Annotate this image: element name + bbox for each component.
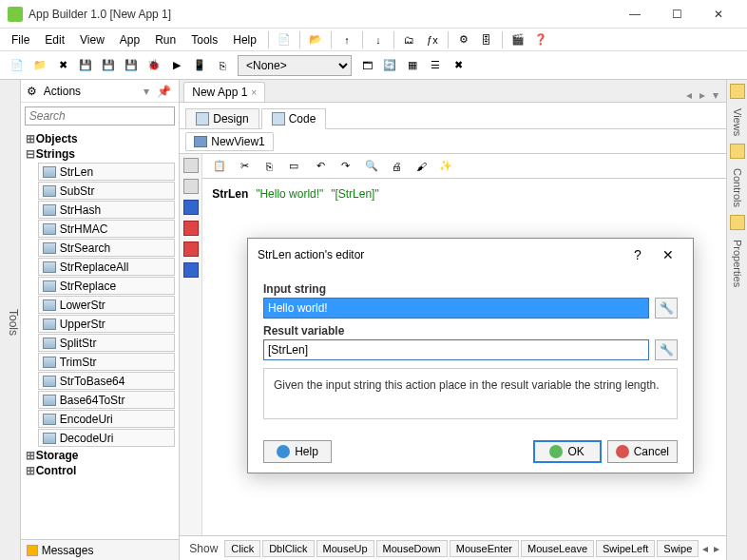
maximize-button[interactable]: ☐: [656, 0, 698, 29]
events-next-icon[interactable]: ▸: [711, 542, 722, 555]
vtab-properties[interactable]: Properties: [730, 234, 745, 293]
event-click[interactable]: Click: [224, 540, 260, 557]
menu-help[interactable]: Help: [225, 31, 264, 48]
event-dblclick[interactable]: DblClick: [262, 540, 314, 557]
event-swipe[interactable]: Swipe: [657, 540, 699, 557]
menu-tools[interactable]: Tools: [183, 31, 225, 48]
messages-bar[interactable]: Messages: [21, 539, 180, 560]
fn-icon[interactable]: ƒx: [423, 30, 442, 49]
panel-pin-icon[interactable]: 📌: [155, 85, 173, 98]
tab-list-icon[interactable]: ▾: [709, 88, 722, 102]
tree-cat-strings[interactable]: ⊟Strings: [25, 146, 176, 162]
input-picker-button[interactable]: 🔧: [655, 298, 678, 319]
target-combo[interactable]: <None>: [238, 55, 352, 76]
action-strreplace[interactable]: StrReplace: [38, 277, 176, 295]
action-substr[interactable]: SubStr: [38, 182, 176, 200]
print-icon[interactable]: 🖨: [387, 157, 406, 176]
tree-cat-control[interactable]: ⊞Control: [25, 463, 176, 478]
search-input[interactable]: [25, 106, 176, 126]
menu-file[interactable]: File: [4, 31, 37, 48]
event-mouseenter[interactable]: MouseEnter: [450, 540, 519, 557]
open-icon[interactable]: 📂: [306, 30, 325, 49]
action-upperstr[interactable]: UpperStr: [38, 315, 176, 333]
redo-icon[interactable]: ↷: [335, 157, 354, 176]
vtab-controls[interactable]: Controls: [730, 163, 745, 213]
bug-icon[interactable]: 🐞: [144, 56, 163, 75]
menu-run[interactable]: Run: [147, 31, 183, 48]
db-icon[interactable]: 🗄: [477, 30, 496, 49]
layout-icon[interactable]: ▦: [403, 56, 422, 75]
gutter-clip-icon[interactable]: [183, 179, 199, 194]
close-icon[interactable]: ✖: [449, 56, 468, 75]
action-strtobase64[interactable]: StrToBase64: [38, 372, 176, 390]
cut-icon[interactable]: ✂: [235, 157, 254, 176]
menu-app[interactable]: App: [112, 31, 147, 48]
run-icon[interactable]: ▶: [167, 56, 186, 75]
doc-tab-new-app[interactable]: New App 1×: [183, 82, 265, 102]
action-strreplaceall[interactable]: StrReplaceAll: [38, 258, 176, 276]
gutter-stop-icon[interactable]: [183, 221, 199, 236]
action-decodeuri[interactable]: DecodeUri: [38, 429, 176, 447]
tree-cat-storage[interactable]: ⊞Storage: [25, 448, 176, 463]
help-icon[interactable]: ❓: [531, 30, 550, 49]
action-trimstr[interactable]: TrimStr: [38, 353, 176, 371]
arrow-up-icon[interactable]: ↑: [337, 30, 356, 49]
window-icon[interactable]: 🗔: [357, 56, 376, 75]
list-icon[interactable]: ☰: [426, 56, 445, 75]
menu-view[interactable]: View: [72, 31, 112, 48]
tab-next-icon[interactable]: ▸: [696, 88, 709, 102]
gutter-refresh-icon[interactable]: [183, 200, 199, 215]
tab-prev-icon[interactable]: ◂: [682, 88, 696, 102]
dialog-close-icon[interactable]: ✕: [653, 247, 683, 262]
action-strhmac[interactable]: StrHMAC: [38, 220, 176, 238]
wand-icon[interactable]: ✨: [436, 157, 455, 176]
event-mousedown[interactable]: MouseDown: [376, 540, 448, 557]
tab-close-icon[interactable]: ×: [251, 87, 257, 98]
paint-icon[interactable]: 🖌: [412, 157, 431, 176]
panel-menu-icon[interactable]: ▾: [142, 85, 151, 98]
ok-button[interactable]: OK: [533, 440, 602, 463]
action-strlen[interactable]: StrLen: [38, 163, 176, 181]
action-strsearch[interactable]: StrSearch: [38, 239, 176, 257]
phone-icon[interactable]: 📱: [190, 56, 209, 75]
gear-icon[interactable]: ⚙: [454, 30, 473, 49]
copy-icon[interactable]: ⎘: [259, 157, 278, 176]
tree-cat-objects[interactable]: ⊞Objects: [25, 131, 176, 146]
vtab-views[interactable]: Views: [730, 103, 745, 142]
refresh-icon[interactable]: 🔄: [380, 56, 399, 75]
events-prev-icon[interactable]: ◂: [699, 542, 711, 555]
view-tab-newview1[interactable]: NewView1: [185, 132, 273, 151]
save-all-icon[interactable]: 💾: [99, 56, 118, 75]
new-doc-icon[interactable]: 📄: [8, 56, 27, 75]
action-base64tostr[interactable]: Base64ToStr: [38, 391, 176, 409]
open-folder-icon[interactable]: 📁: [30, 56, 49, 75]
event-mouseleave[interactable]: MouseLeave: [521, 540, 594, 557]
action-strhash[interactable]: StrHash: [38, 201, 176, 219]
save-icon[interactable]: 💾: [76, 56, 95, 75]
zoom-icon[interactable]: 🔍: [362, 157, 381, 176]
views-icon[interactable]: [730, 84, 745, 99]
binary-icon[interactable]: ⎘: [213, 56, 232, 75]
close-button[interactable]: ✕: [698, 0, 739, 29]
left-tool-strip[interactable]: Tools: [0, 80, 21, 560]
result-variable-field[interactable]: [263, 339, 649, 360]
event-mouseup[interactable]: MouseUp: [316, 540, 374, 557]
help-button[interactable]: Help: [263, 440, 332, 463]
controls-icon[interactable]: [730, 144, 745, 159]
close-doc-icon[interactable]: ✖: [53, 56, 72, 75]
minimize-button[interactable]: —: [614, 0, 656, 29]
video-icon[interactable]: 🎬: [508, 30, 527, 49]
tab-code[interactable]: Code: [261, 108, 327, 129]
gutter-pdf-icon[interactable]: [183, 241, 199, 257]
action-lowerstr[interactable]: LowerStr: [38, 296, 176, 314]
gutter-code-icon[interactable]: [183, 262, 199, 278]
dialog-help-icon[interactable]: ?: [622, 247, 653, 262]
tab-design[interactable]: Design: [185, 108, 259, 128]
action-splitstr[interactable]: SplitStr: [38, 334, 176, 352]
gutter-search-icon[interactable]: [183, 158, 199, 173]
code-editor[interactable]: StrLen "Hello world!" "[StrLen]": [202, 179, 726, 208]
gear-icon[interactable]: ⚙: [27, 85, 40, 98]
properties-icon[interactable]: [730, 215, 745, 230]
tree-icon[interactable]: 🗂: [400, 30, 419, 49]
action-encodeuri[interactable]: EncodeUri: [38, 410, 176, 428]
